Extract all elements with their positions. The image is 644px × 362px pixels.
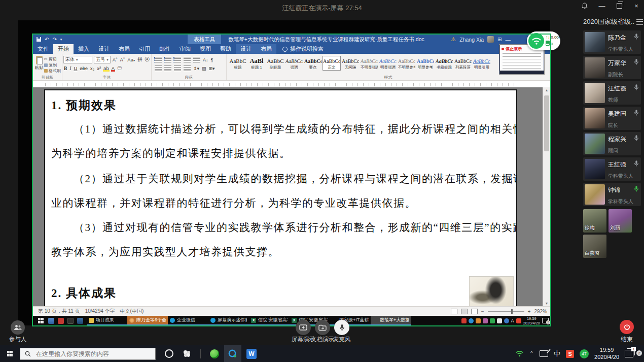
participant-card[interactable]: 陈乃金 学科带头人: [583, 30, 641, 54]
tray-icon[interactable]: [483, 318, 488, 323]
change-case-button[interactable]: Aa▾: [127, 57, 135, 62]
participants-button[interactable]: [11, 320, 25, 335]
style-gallery-item[interactable]: AaBbCcI 明显参考: [416, 56, 435, 71]
task-view-icon[interactable]: [183, 349, 191, 358]
ribbon-tab[interactable]: 插入: [74, 44, 94, 54]
zoom-level[interactable]: 292%: [534, 309, 547, 314]
qat-dropdown-icon[interactable]: ▾: [60, 38, 62, 42]
taskbar-search[interactable]: [20, 348, 156, 360]
tray-expand-icon[interactable]: ⌃: [529, 350, 534, 357]
bell-icon[interactable]: [581, 2, 588, 9]
justify-icon[interactable]: [184, 65, 191, 71]
account-name[interactable]: Zhang Xia: [459, 37, 484, 43]
pinned-app-icon[interactable]: [77, 318, 83, 324]
bullets-icon[interactable]: [155, 57, 162, 62]
word-minimize-icon[interactable]: —: [506, 37, 511, 43]
shading-icon[interactable]: ▨: [202, 66, 206, 71]
taskbar-app-button[interactable]: 信院 安徽省高等…: [249, 316, 290, 325]
character-border-button[interactable]: Ⓐ: [145, 56, 151, 63]
ribbon-tab[interactable]: 开始: [53, 44, 74, 54]
taskbar-clock[interactable]: 19:59 2020/4/20: [594, 347, 619, 361]
line-spacing-icon[interactable]: ⇕▾: [193, 66, 199, 71]
restore-icon[interactable]: [616, 2, 623, 9]
style-gallery-item[interactable]: AaBbCcDc 正文: [323, 56, 341, 71]
pinned-app-icon[interactable]: [67, 318, 74, 324]
participant-card[interactable]: 钟锦 学科带头人: [583, 183, 641, 206]
mic-status-icon[interactable]: [634, 160, 639, 167]
tray-icon[interactable]: [497, 318, 502, 323]
bluetooth-icon[interactable]: [504, 318, 509, 323]
cut-button[interactable]: ✂剪切: [44, 56, 61, 62]
web-layout-icon[interactable]: [471, 309, 478, 314]
align-center-icon[interactable]: [164, 65, 171, 71]
tencent-meeting-taskbar-icon[interactable]: [224, 345, 241, 362]
read-mode-icon[interactable]: [451, 309, 457, 314]
document-page[interactable]: 1. 预期效果 （1）通过数据统计描述分析，可以得到学生成绩的分布特征，据此分析…: [44, 89, 517, 307]
highlight-color-button[interactable]: ab: [103, 65, 110, 71]
pinned-app-icon[interactable]: [58, 318, 64, 324]
enclose-characters-button[interactable]: ㊀: [117, 65, 123, 72]
search-input[interactable]: [35, 350, 138, 358]
font-size-select[interactable]: 五号▾: [94, 56, 111, 63]
tray-icon[interactable]: [469, 318, 474, 323]
taskbar-app-button[interactable]: 陈乃金等6个会话: [127, 316, 168, 325]
print-layout-icon[interactable]: [461, 309, 468, 314]
numbering-icon[interactable]: [164, 57, 171, 62]
optimizer-ball-icon[interactable]: 47: [580, 349, 589, 358]
increase-indent-icon[interactable]: [193, 57, 200, 62]
ribbon-tab[interactable]: 帮助: [216, 44, 236, 54]
participant-tile[interactable]: 徐梅: [583, 209, 606, 233]
undo-icon[interactable]: ↶: [45, 37, 49, 42]
mic-status-icon[interactable]: [634, 185, 639, 192]
mic-status-icon[interactable]: [634, 135, 639, 142]
doc-share-button[interactable]: [315, 320, 330, 335]
cortana-icon[interactable]: [165, 349, 173, 358]
windows-start-button[interactable]: [7, 351, 13, 356]
table-tools-context-tab[interactable]: 表格工具: [188, 35, 221, 44]
shrink-font-button[interactable]: A˅: [120, 57, 126, 62]
font-name-select[interactable]: 宋体▾: [63, 56, 92, 63]
pinned-app-icon[interactable]: [48, 318, 54, 324]
show-marks-icon[interactable]: ¶: [211, 57, 213, 62]
minimize-icon[interactable]: —: [598, 2, 605, 9]
borders-icon[interactable]: ⊞▾: [209, 66, 215, 71]
language-indicator[interactable]: 中文(中国): [120, 308, 144, 315]
tell-me-search[interactable]: 操作说明搜索: [282, 44, 324, 54]
ime-indicator[interactable]: A: [511, 318, 514, 323]
format-painter-button[interactable]: 格式刷: [44, 68, 61, 74]
font-format-button[interactable]: B: [63, 66, 67, 71]
participant-card[interactable]: 万家华 副院长: [583, 56, 641, 79]
participant-card[interactable]: 吴建国 院长: [583, 107, 641, 130]
align-right-icon[interactable]: [174, 65, 181, 71]
mic-status-icon[interactable]: [634, 33, 639, 40]
participant-tile[interactable]: 白燕奇: [583, 235, 606, 258]
page-indicator[interactable]: 第 10 页，共 11 页: [38, 308, 80, 315]
sogou-icon[interactable]: [516, 318, 521, 323]
font-format-button[interactable]: I: [69, 66, 71, 71]
zoom-slider[interactable]: [488, 311, 524, 312]
wifi-icon[interactable]: [515, 350, 524, 357]
style-gallery-item[interactable]: AaBbCcD 明显引用: [473, 56, 491, 71]
style-gallery-item[interactable]: AaBbC 标题: [229, 56, 247, 71]
participant-card[interactable]: 王红强 学科带头人: [583, 157, 641, 181]
ribbon-tab[interactable]: 审阅: [175, 44, 195, 54]
font-format-button[interactable]: x₂: [90, 65, 95, 71]
style-gallery-item[interactable]: AaBbCcDc 无间隔: [341, 56, 360, 71]
font-color-button[interactable]: A: [111, 65, 115, 71]
zoom-in-icon[interactable]: +: [528, 309, 531, 314]
ribbon-tab[interactable]: 布局: [114, 44, 134, 54]
ribbon-tab[interactable]: 邮件: [155, 44, 175, 54]
font-format-button[interactable]: U: [74, 65, 78, 71]
taskbar-app-button[interactable]: 屏幕演示迷你窗: [208, 316, 249, 325]
ribbon-tab[interactable]: 布局: [256, 44, 276, 54]
phonetic-guide-button[interactable]: 拼: [137, 56, 143, 63]
tray-icon[interactable]: [461, 318, 467, 323]
ribbon-tab[interactable]: 设计: [236, 44, 256, 54]
network-speed-widget[interactable]: ↑↓ 0.00K/s 0: [527, 31, 560, 50]
close-icon[interactable]: ×: [633, 2, 640, 9]
presenter-clock[interactable]: 19:59 2020/4/20: [523, 316, 540, 325]
redo-icon[interactable]: ↷: [52, 37, 56, 42]
zoom-out-icon[interactable]: −: [481, 309, 484, 314]
ribbon-tab[interactable]: 视图: [195, 44, 216, 54]
multilevel-list-icon[interactable]: [174, 57, 181, 62]
